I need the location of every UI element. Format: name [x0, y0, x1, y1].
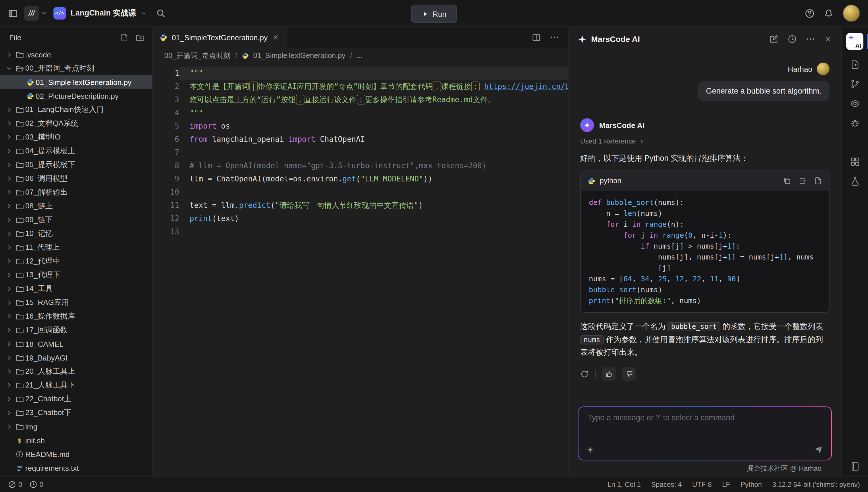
tree-item[interactable]: 21_人脉工具下 — [0, 378, 152, 392]
status-segment[interactable]: Ln 1, Col 1 — [608, 480, 641, 488]
more-icon[interactable] — [806, 34, 815, 44]
code-line[interactable]: from langchain_openai import ChatOpenAI — [179, 132, 568, 146]
marscode-spark-icon[interactable] — [587, 446, 594, 453]
tab-title: 01_SimpleTextGeneration.py — [172, 33, 268, 42]
eye-icon[interactable] — [850, 99, 860, 108]
code-block-body[interactable]: def bubble_sort(nums): n = len(nums) for… — [581, 191, 829, 313]
journal-icon[interactable] — [850, 462, 860, 471]
panel-toggle-icon[interactable] — [8, 8, 18, 18]
new-file-icon[interactable] — [120, 33, 129, 42]
tree-item[interactable]: $init.sh — [0, 434, 152, 447]
tab-simple-text-generation[interactable]: 01_SimpleTextGeneration.py — [153, 27, 287, 48]
send-icon[interactable] — [814, 445, 823, 454]
user-avatar[interactable] — [843, 5, 860, 22]
tree-item[interactable]: README.md — [0, 447, 152, 461]
new-folder-icon[interactable] — [136, 33, 144, 42]
tree-item[interactable]: 03_模型IO — [0, 130, 152, 144]
copy-icon[interactable] — [783, 177, 791, 185]
tree-item[interactable]: .vscode — [0, 48, 152, 62]
tree-item[interactable]: 13_代理下 — [0, 268, 152, 282]
code-lines[interactable]: """本文件是【开篇词｜带你亲证AI应用开发的“奇点”时刻】章节的配套代码，课程… — [179, 67, 568, 476]
chat-input[interactable] — [587, 413, 825, 422]
code-line[interactable]: """ — [179, 67, 568, 80]
tree-item[interactable]: 06_调用模型 — [0, 172, 152, 186]
thumbs-up-icon[interactable] — [602, 367, 616, 380]
tree-item[interactable]: 16_操作数据库 — [0, 310, 152, 323]
tree-item[interactable]: 09_链下 — [0, 213, 152, 227]
ai-code-line: nums = [64, 34, 25, 12, 22, 11, 90] — [589, 274, 821, 285]
project-switcher[interactable]: </> LangChain 实战课 — [53, 7, 146, 20]
new-conversation-icon[interactable] — [769, 34, 778, 44]
tree-item[interactable]: 20_人脉工具上 — [0, 365, 152, 378]
status-segment[interactable]: Python — [741, 480, 762, 488]
code-line[interactable]: text = llm.predict("请给我写一句情人节红玫瑰的中文宣传语") — [179, 199, 568, 212]
tree-item[interactable]: 11_代理上 — [0, 241, 152, 254]
tree-item[interactable]: img — [0, 420, 152, 434]
status-segment[interactable]: LF — [722, 480, 730, 488]
thumbs-down-icon[interactable] — [622, 367, 636, 380]
code-line[interactable] — [179, 186, 568, 199]
code-line[interactable]: llm = ChatOpenAI(model=os.environ.get("L… — [179, 172, 568, 186]
status-segment[interactable]: Spaces: 4 — [651, 480, 682, 488]
tree-item[interactable]: 12_代理中 — [0, 254, 152, 268]
bug-icon[interactable] — [850, 118, 860, 128]
more-icon[interactable] — [550, 33, 559, 42]
status-segment[interactable]: UTF-8 — [692, 480, 712, 488]
breadcrumb-file[interactable]: 01_SimpleTextGeneration.py — [253, 52, 346, 60]
warnings-indicator[interactable]: 0 — [29, 480, 43, 488]
breadcrumb[interactable]: 00_开篇词_奇点时刻 / 01_SimpleTextGeneration.py… — [153, 48, 568, 64]
tree-item[interactable]: 17_回调函数 — [0, 323, 152, 337]
code-line[interactable]: # llm = OpenAI(model_name="gpt-3.5-turbo… — [179, 159, 568, 172]
file-export-icon[interactable] — [850, 60, 860, 70]
code-editor[interactable]: 12345678910111213 """本文件是【开篇词｜带你亲证AI应用开发… — [153, 64, 568, 476]
tree-item[interactable]: 19_BabyAGI — [0, 351, 152, 365]
close-icon[interactable] — [272, 34, 279, 41]
close-icon[interactable] — [824, 35, 832, 43]
insert-code-icon[interactable] — [798, 177, 806, 185]
ai-rail-icon[interactable]: AI — [846, 33, 863, 50]
tree-item[interactable]: 23_Chatbot下 — [0, 406, 152, 420]
extensions-icon[interactable] — [850, 157, 860, 167]
search-icon[interactable] — [156, 8, 165, 18]
chevron-right-icon — [5, 424, 14, 429]
code-line[interactable] — [179, 146, 568, 159]
code-line[interactable] — [179, 225, 568, 238]
breadcrumb-folder[interactable]: 00_开篇词_奇点时刻 — [164, 51, 231, 60]
tree-item[interactable]: 22_Chatbot上 — [0, 392, 152, 406]
tree-item[interactable]: requirements.txt — [0, 461, 152, 475]
code-line[interactable]: print(text) — [179, 212, 568, 225]
tree-item[interactable]: 10_记忆 — [0, 227, 152, 241]
code-line[interactable]: 您可以点击最上方的“运行”按钮，直接运行该文件；更多操作指引请参考Readme.… — [179, 93, 568, 106]
tree-item[interactable]: 02_文档QA系统 — [0, 117, 152, 130]
history-icon[interactable] — [788, 34, 797, 44]
errors-icon — [8, 480, 16, 488]
tree-item[interactable]: 14_工具 — [0, 282, 152, 296]
tree-item[interactable]: 07_解析输出 — [0, 186, 152, 199]
apply-to-file-icon[interactable] — [814, 177, 822, 185]
tree-item[interactable]: 05_提示模板下 — [0, 158, 152, 172]
breadcrumb-more[interactable]: ... — [357, 52, 363, 60]
errors-indicator[interactable]: 0 — [8, 480, 22, 488]
notifications-icon[interactable] — [824, 8, 834, 18]
tree-item[interactable]: 00_开篇词_奇点时刻 — [0, 62, 152, 75]
run-button[interactable]: Run — [411, 5, 457, 23]
flask-icon[interactable] — [850, 176, 860, 186]
marscode-logo-icon[interactable] — [24, 6, 47, 21]
code-line[interactable]: import os — [179, 119, 568, 132]
tree-item[interactable]: 01_SimpleTextGeneration.py — [0, 75, 152, 89]
tree-item[interactable]: 04_提示模板上 — [0, 144, 152, 158]
code-line[interactable]: """ — [179, 106, 568, 119]
tree-item[interactable]: 15_RAG应用 — [0, 296, 152, 310]
tree-item[interactable]: 02_PictureDescription.py — [0, 89, 152, 103]
tree-item[interactable]: 18_CAMEL — [0, 337, 152, 351]
status-segment[interactable]: 3.12.2 64-bit ('shims': pyenv) — [772, 480, 860, 488]
regenerate-icon[interactable] — [580, 369, 589, 378]
tree-item[interactable]: 08_链上 — [0, 199, 152, 213]
split-editor-icon[interactable] — [532, 33, 541, 42]
used-references[interactable]: Used 1 Reference — [580, 137, 829, 145]
help-icon[interactable] — [805, 8, 815, 18]
git-branch-icon[interactable] — [850, 79, 860, 89]
tree-item[interactable]: 01_LangChain快速入门 — [0, 103, 152, 117]
file-explorer: File .vscode00_开篇词_奇点时刻01_SimpleTextGene… — [0, 27, 153, 476]
code-line[interactable]: 本文件是【开篇词｜带你亲证AI应用开发的“奇点”时刻】章节的配套代码，课程链接：… — [179, 80, 568, 93]
